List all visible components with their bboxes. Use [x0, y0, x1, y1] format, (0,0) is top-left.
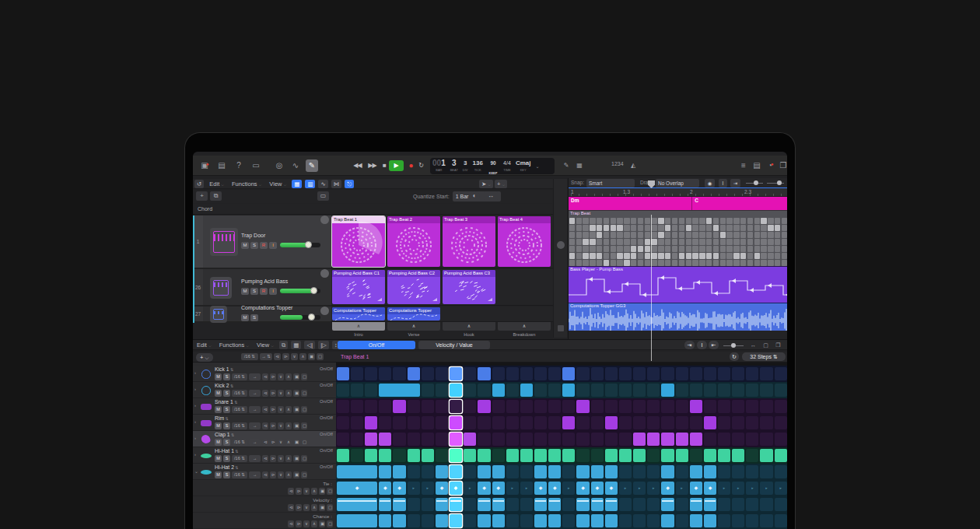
step-chance-21[interactable] — [619, 514, 632, 527]
menu-edit[interactable]: Edit — [207, 180, 226, 188]
step-kick-2-28[interactable] — [718, 384, 730, 397]
performance-record-icon[interactable]: ⎋ — [345, 180, 354, 188]
list-editors-icon[interactable]: ≡ — [737, 159, 750, 172]
step-rim-10[interactable] — [464, 416, 476, 429]
step-tie-19[interactable]: ◆ — [591, 482, 604, 495]
step-tie-30[interactable]: ▸ — [746, 482, 758, 495]
row-direction-stepper[interactable]: → ⇅ — [249, 390, 261, 397]
track-m-button[interactable]: M — [241, 288, 249, 295]
sub-clear-icon[interactable]: ▢ — [327, 504, 333, 511]
step-hi-hat-1-16[interactable] — [548, 449, 561, 462]
sub-clear-icon[interactable]: ▢ — [327, 488, 333, 495]
step-kick-1-3[interactable] — [365, 367, 377, 380]
row-header-kick-2[interactable]: ›Kick 2On/OffMS/16 ⇅→ ⇅⊲⊳∨∧▣▢ — [193, 382, 336, 398]
track-r-button[interactable]: R — [260, 288, 268, 295]
scene-trigger-intro[interactable]: ∧ — [332, 322, 385, 331]
row-mute-button[interactable]: M — [215, 406, 222, 413]
step-rim-12[interactable] — [492, 416, 505, 429]
fill-icon[interactable]: ▣ — [308, 353, 315, 360]
step-rim-9[interactable] — [450, 416, 462, 429]
step-snare-1-24[interactable] — [661, 400, 674, 413]
step-chance-20[interactable] — [605, 514, 618, 527]
step-rim-2[interactable] — [351, 416, 363, 429]
track-header-pumping-acid-bass[interactable]: 26Pumping Acid BassMSRI — [193, 269, 331, 306]
count-in-icon[interactable]: ∿ — [289, 159, 302, 172]
row-shift-right-icon[interactable]: ⊳ — [270, 390, 276, 397]
sub-fill-icon[interactable]: ▣ — [319, 504, 325, 511]
step-clap-1-1[interactable] — [337, 433, 349, 446]
step-tie-25[interactable]: ▸ — [676, 482, 688, 495]
pencil-icon[interactable]: ✎ — [560, 159, 572, 172]
step-hi-hat-2-30[interactable] — [746, 465, 758, 478]
step-rim-32[interactable] — [775, 416, 787, 429]
step-velocity-21[interactable] — [619, 498, 632, 511]
step-hi-hat-2-31[interactable] — [760, 465, 772, 478]
step-kick-1-17[interactable] — [562, 367, 575, 380]
step-hi-hat-1-32[interactable] — [775, 449, 787, 462]
step-velocity-16[interactable] — [548, 498, 561, 511]
step-snare-1-6[interactable] — [408, 400, 420, 413]
step-velocity-15[interactable] — [534, 498, 547, 511]
row-up-icon[interactable]: ∧ — [285, 390, 292, 397]
row-clear-icon[interactable]: ▢ — [301, 390, 307, 397]
step-velocity-10[interactable] — [464, 498, 476, 511]
step-hi-hat-2-21[interactable] — [619, 465, 632, 478]
lcd-time-signature[interactable]: 4/4 TIME — [501, 158, 513, 174]
paste-icon[interactable]: ▦ — [291, 341, 301, 349]
performance-icon[interactable]: ◐ — [469, 191, 480, 201]
step-hi-hat-2-7[interactable] — [422, 465, 434, 478]
lcd-position[interactable]: 001 BAR — [430, 158, 448, 174]
step-clap-1-28[interactable] — [718, 433, 730, 446]
step-chance-17[interactable] — [562, 514, 575, 527]
step-chance-10[interactable] — [464, 514, 476, 527]
step-hi-hat-1-3[interactable] — [365, 449, 377, 462]
row-clear-icon[interactable]: ▢ — [301, 455, 307, 462]
row-header-clap-1[interactable]: ›Clap 1On/OffMS/16 ⇅→ ⇅⊲⊳∨∧▣▢ — [193, 431, 336, 447]
track-s-button[interactable]: S — [250, 242, 258, 249]
step-hi-hat-1-20[interactable] — [605, 449, 618, 462]
scene-trigger-breakdown[interactable]: ∧ — [498, 322, 551, 331]
duplicate-track-icon[interactable]: ⧉ — [210, 191, 222, 201]
sub-down-icon[interactable]: ∨ — [303, 504, 310, 511]
window-icon[interactable]: ❐ — [773, 341, 783, 349]
step-chance-31[interactable] — [760, 514, 772, 527]
step-rim-18[interactable] — [576, 416, 589, 429]
step-kick-1-19[interactable] — [591, 367, 604, 380]
step-velocity-24[interactable] — [661, 498, 674, 511]
row-down-icon[interactable]: ∨ — [278, 406, 284, 413]
row-up-icon[interactable]: ∧ — [285, 455, 292, 462]
step-rim-29[interactable] — [732, 416, 744, 429]
step-snare-1-30[interactable] — [746, 400, 758, 413]
step-hi-hat-2-18[interactable] — [576, 465, 589, 478]
step-kick-2-8[interactable] — [436, 384, 448, 397]
step-hi-hat-1-4[interactable] — [379, 449, 391, 462]
row-down-icon[interactable]: ∨ — [278, 373, 284, 380]
step-hi-hat-2-8[interactable] — [436, 465, 448, 478]
text-tool-icon[interactable]: I — [697, 341, 707, 349]
cell-pumping-acid-bass-c1[interactable]: Pumping Acid Bass C1 — [332, 270, 385, 304]
row-up-icon[interactable]: ∧ — [285, 406, 292, 413]
width-icon[interactable]: ↔ — [748, 341, 758, 349]
step-kick-1-28[interactable] — [718, 367, 730, 380]
hide-headers-icon[interactable]: ▭ — [317, 191, 329, 201]
step-snare-1-21[interactable] — [619, 400, 632, 413]
step-kick-2-18[interactable] — [576, 384, 589, 397]
octave-up-icon[interactable]: ∧ — [299, 353, 306, 360]
row-header-kick-1[interactable]: ›Kick 1On/OffMS/16 ⇅→ ⇅⊲⊳∨∧▣▢ — [193, 366, 336, 382]
step-clap-1-10[interactable] — [464, 433, 476, 446]
step-hi-hat-1-21[interactable] — [619, 449, 632, 462]
step-hi-hat-2-15[interactable] — [534, 465, 547, 478]
step-clap-1-12[interactable] — [492, 433, 505, 446]
step-snare-1-22[interactable] — [633, 400, 646, 413]
step-kick-1-21[interactable] — [619, 367, 632, 380]
step-chance-13[interactable] — [506, 514, 519, 527]
step-snare-1-28[interactable] — [718, 400, 730, 413]
scene-trigger-verse[interactable]: ∧ — [387, 322, 440, 331]
add-row-button[interactable]: + ⌵ — [196, 353, 213, 362]
step-snare-1-16[interactable] — [548, 400, 561, 413]
step-tie-18[interactable]: ◆ — [576, 482, 589, 495]
step-clap-1-25[interactable] — [676, 433, 688, 446]
step-rim-24[interactable] — [661, 416, 674, 429]
lcd-tempo[interactable]: 90KEEP TEMPO — [485, 158, 501, 174]
link-icon[interactable]: ⇤ — [709, 341, 719, 349]
